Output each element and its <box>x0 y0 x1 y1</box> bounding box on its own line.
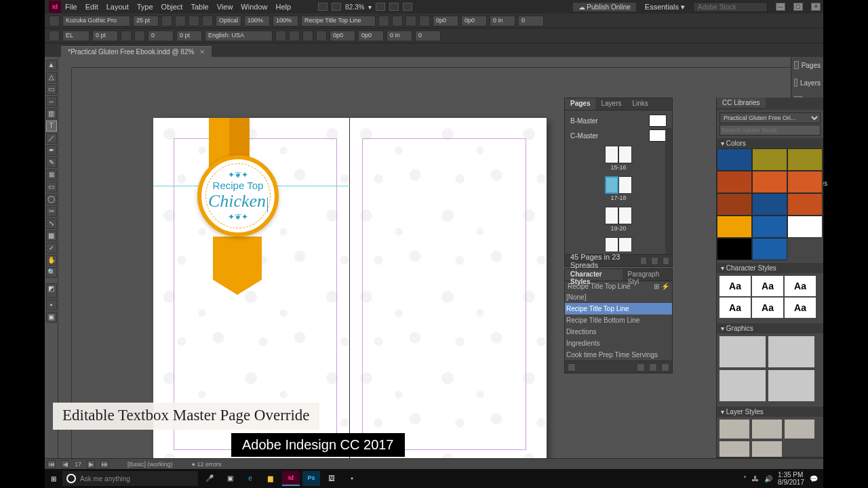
maximize-button[interactable]: ▢ <box>793 3 803 11</box>
color-swatch[interactable] <box>752 148 787 171</box>
tab-character-styles[interactable]: Character Styles <box>565 269 623 281</box>
hand-tool[interactable]: ✋ <box>46 255 57 266</box>
menu-help[interactable]: Help <box>275 1 291 12</box>
explorer-icon[interactable]: ▆ <box>262 471 279 486</box>
chevron-down-icon[interactable]: ▾ <box>368 3 372 11</box>
start-button[interactable]: ⊞ <box>47 472 60 485</box>
first-page-button[interactable]: ⏮ <box>47 460 56 468</box>
next-page-button[interactable]: ▶ <box>87 460 95 468</box>
scrollbar[interactable] <box>665 128 672 254</box>
superscript-icon[interactable] <box>189 16 199 26</box>
justify-all-icon[interactable] <box>302 30 313 41</box>
zoom-tool[interactable]: 🔍 <box>46 267 57 278</box>
view-mode-icon[interactable] <box>332 3 341 11</box>
minimize-button[interactable]: — <box>776 3 785 11</box>
indent-field[interactable]: 0p0 <box>461 16 487 26</box>
mic-icon[interactable]: 🎤 <box>201 471 218 486</box>
new-folder-icon[interactable] <box>637 363 645 371</box>
gradient-tool[interactable]: ▦ <box>46 230 57 241</box>
close-tab-icon[interactable]: ✕ <box>199 48 205 56</box>
new-page-icon[interactable] <box>651 257 658 265</box>
color-swatch[interactable] <box>787 148 823 171</box>
style-row[interactable]: Cook time Prep Time Servings <box>565 349 672 361</box>
photoshop-taskbar-icon[interactable]: Ps <box>302 471 320 486</box>
workspace-switcher[interactable]: Essentials ▾ <box>645 3 685 12</box>
color-swatch[interactable] <box>717 238 752 260</box>
indent-field[interactable]: 0p0 <box>358 30 384 41</box>
tray-chevron-icon[interactable]: ˄ <box>743 475 747 483</box>
trash-icon[interactable] <box>661 363 669 371</box>
master-b-row[interactable]: B-Master <box>568 113 669 128</box>
pencil-tool[interactable]: ✎ <box>46 157 57 168</box>
char-style-swatch[interactable]: Aa <box>752 276 783 296</box>
tab-pages[interactable]: Pages <box>565 98 595 110</box>
menu-table[interactable]: Table <box>191 1 208 12</box>
menu-edit[interactable]: Edit <box>85 1 98 12</box>
close-button[interactable]: ✕ <box>811 3 821 11</box>
align-left-icon[interactable] <box>378 16 389 26</box>
columns-field[interactable]: 0 <box>415 30 441 41</box>
language-field[interactable]: English: USA <box>205 30 273 41</box>
color-swatch[interactable] <box>717 171 752 193</box>
page-tool[interactable]: ▭ <box>46 84 57 95</box>
arrange-icon[interactable] <box>403 3 412 11</box>
horizontal-ruler[interactable] <box>72 57 791 68</box>
ellipse-tool[interactable]: ◯ <box>46 194 57 205</box>
graphic-swatch[interactable] <box>768 370 814 401</box>
character-style-field[interactable]: Recipe Title Top Line <box>301 16 376 26</box>
library-dropdown[interactable]: Practical Gluten Free Ori... <box>719 113 821 123</box>
layer-style-swatch[interactable] <box>752 420 782 439</box>
recipe-title-main[interactable]: Chicken <box>208 191 266 211</box>
section-character-styles[interactable]: ▾ Character Styles <box>717 263 823 273</box>
style-row[interactable]: Recipe Title Bottom Line <box>565 314 672 326</box>
edit-page-size-icon[interactable] <box>640 257 647 265</box>
color-swatch[interactable] <box>752 193 787 216</box>
tab-links[interactable]: Links <box>627 98 653 110</box>
graphic-swatch[interactable] <box>719 336 766 367</box>
document-tab[interactable]: *Practical Gluten Free Ebook.indd @ 82% … <box>61 46 212 57</box>
justify-all-icon[interactable] <box>316 30 327 41</box>
baseline-field[interactable]: 0 pt <box>176 30 202 41</box>
char-style-swatch[interactable]: Aa <box>785 276 816 296</box>
thunder-icon[interactable]: ⚡ <box>661 283 669 290</box>
free-transform-tool[interactable]: ⤡ <box>46 218 57 229</box>
align-right-icon[interactable] <box>406 16 416 26</box>
char-style-swatch[interactable]: Aa <box>719 298 751 318</box>
apply-color-icon[interactable]: ▪ <box>46 300 57 310</box>
columns-field[interactable]: 0 <box>518 16 544 26</box>
color-swatch[interactable] <box>717 148 752 171</box>
color-swatch[interactable] <box>787 216 823 238</box>
tracking-field[interactable]: 0 <box>148 30 174 41</box>
cc-stock-search[interactable] <box>719 125 821 136</box>
menu-file[interactable]: File <box>65 1 77 12</box>
publish-online-button[interactable]: ☁ Publish Online <box>572 2 637 12</box>
spread-thumb[interactable] <box>605 207 632 224</box>
indent-field[interactable]: 0p0 <box>330 30 355 41</box>
screen-mode-icon[interactable]: ▣ <box>46 312 57 323</box>
photos-icon[interactable]: 🖼 <box>323 471 340 486</box>
menu-window[interactable]: Window <box>241 1 267 12</box>
volume-icon[interactable]: 🔊 <box>764 475 772 483</box>
indesign-taskbar-icon[interactable]: Id <box>282 471 300 486</box>
menu-view[interactable]: View <box>217 1 233 12</box>
menu-object[interactable]: Object <box>161 1 183 12</box>
selection-tool[interactable]: ▲ <box>46 60 57 70</box>
spacing-field[interactable]: 0 in <box>387 30 412 41</box>
spread-thumb[interactable] <box>605 237 632 251</box>
char-style-swatch[interactable]: Aa <box>785 298 816 318</box>
hscale-field[interactable]: 100% <box>273 16 298 26</box>
justify-all-icon[interactable] <box>289 30 300 41</box>
spread-thumb[interactable] <box>605 146 632 163</box>
graphic-swatch[interactable] <box>719 370 766 401</box>
notifications-icon[interactable]: 💬 <box>810 475 818 483</box>
indent-field[interactable]: 0p0 <box>433 16 458 26</box>
tab-paragraph-styles[interactable]: Paragraph Styl <box>623 269 672 281</box>
arrange-icon[interactable] <box>389 3 399 11</box>
app-icon[interactable]: ▪ <box>343 471 361 486</box>
preflight-status[interactable]: 12 errors <box>197 461 221 468</box>
rectangle-frame-tool[interactable]: ⊠ <box>46 169 57 180</box>
content-collector-tool[interactable]: ▥ <box>46 108 57 119</box>
color-swatch[interactable] <box>787 193 823 216</box>
char-style-swatch[interactable]: Aa <box>752 298 783 318</box>
fill-stroke-proxy[interactable]: ◩ <box>46 283 57 298</box>
